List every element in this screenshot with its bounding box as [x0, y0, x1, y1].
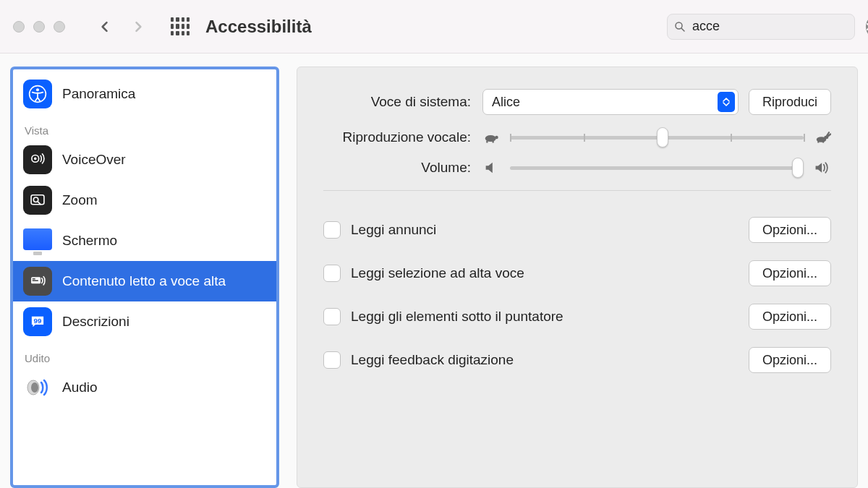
play-button[interactable]: Riproduci [749, 89, 831, 115]
checkbox-announcements[interactable] [323, 221, 341, 239]
accessibility-icon [23, 80, 52, 108]
svg-rect-10 [33, 278, 35, 280]
descriptions-icon: 99 [23, 307, 52, 336]
sidebar-item-label: Zoom [62, 192, 98, 208]
voiceover-icon [23, 145, 52, 174]
options-button-speak-under-pointer[interactable]: Opzioni... [749, 304, 831, 330]
options-button-typing-feedback[interactable]: Opzioni... [749, 347, 831, 373]
window-controls [13, 21, 65, 33]
volume-low-icon [482, 160, 500, 176]
system-voice-value: Alice [492, 95, 520, 110]
back-button[interactable] [93, 14, 117, 39]
checkbox-speak-selection[interactable] [323, 265, 341, 282]
volume-slider[interactable] [510, 166, 804, 170]
speaking-rate-slider[interactable] [510, 136, 804, 140]
checkbox-typing-feedback[interactable] [323, 351, 341, 369]
option-row-typing-feedback: Leggi feedback digitazione Opzioni... [323, 338, 831, 382]
sidebar: Panoramica Vista VoiceOver Zoom Schermo [10, 67, 279, 488]
sidebar-item-zoom[interactable]: Zoom [13, 180, 276, 221]
zoom-window-button[interactable] [54, 21, 65, 33]
search-icon [673, 20, 686, 33]
svg-line-1 [681, 28, 684, 31]
sidebar-item-label: Audio [62, 380, 98, 395]
chevron-left-icon [98, 20, 112, 34]
option-row-announcements: Leggi annunci Opzioni... [323, 208, 831, 252]
divider [323, 190, 831, 191]
checkbox-speak-under-pointer[interactable] [323, 308, 341, 325]
grid-icon [171, 17, 190, 36]
sidebar-item-label: Descrizioni [62, 314, 129, 330]
svg-rect-21 [817, 141, 819, 142]
sidebar-item-voiceover[interactable]: VoiceOver [13, 140, 276, 180]
rabbit-icon [814, 129, 831, 145]
sidebar-item-label: Schermo [62, 233, 117, 249]
spoken-content-icon [23, 267, 52, 296]
slider-thumb[interactable] [792, 158, 804, 178]
sidebar-section-udito: Udito [13, 342, 276, 367]
slider-thumb[interactable] [657, 127, 668, 147]
speaking-rate-label: Riproduzione vocale: [323, 129, 482, 145]
search-field[interactable] [667, 14, 855, 40]
sidebar-item-label: VoiceOver [62, 152, 126, 168]
sidebar-item-overview[interactable]: Panoramica [13, 74, 276, 114]
system-voice-select[interactable]: Alice [482, 89, 739, 115]
options-button-speak-selection[interactable]: Opzioni... [749, 260, 831, 286]
sidebar-item-audio[interactable]: Audio [13, 367, 276, 408]
option-label: Leggi gli elementi sotto il puntatore [351, 309, 563, 325]
updown-icon [718, 92, 735, 112]
turtle-icon [482, 129, 500, 145]
display-icon [23, 226, 52, 255]
titlebar: Accessibilità [0, 0, 868, 53]
option-label: Leggi annunci [351, 222, 436, 238]
settings-panel: Voce di sistema: Alice Riproduci Riprodu… [297, 67, 858, 488]
svg-rect-11 [33, 280, 38, 281]
volume-high-icon [814, 160, 831, 176]
search-input[interactable] [692, 19, 860, 34]
svg-point-3 [36, 88, 39, 91]
audio-icon [23, 373, 52, 402]
sidebar-section-vista: Vista [13, 114, 276, 140]
window-title: Accessibilità [205, 17, 312, 37]
sidebar-item-label: Contenuto letto a voce alta [62, 273, 226, 289]
svg-point-0 [676, 22, 682, 29]
sidebar-item-descriptions[interactable]: 99 Descrizioni [13, 301, 276, 342]
option-row-speak-under-pointer: Leggi gli elementi sotto il puntatore Op… [323, 295, 831, 338]
volume-label: Volume: [323, 160, 482, 176]
forward-button[interactable] [126, 14, 150, 39]
minimize-window-button[interactable] [33, 21, 45, 33]
close-window-button[interactable] [13, 21, 25, 33]
svg-rect-18 [493, 141, 494, 143]
option-label: Leggi feedback digitazione [351, 352, 514, 368]
zoom-icon [23, 186, 52, 215]
svg-text:99: 99 [34, 317, 42, 325]
options-button-announcements[interactable]: Opzioni... [749, 217, 831, 243]
svg-rect-22 [822, 141, 824, 142]
svg-rect-17 [486, 141, 488, 143]
svg-point-16 [495, 136, 498, 140]
svg-point-14 [31, 382, 38, 393]
chevron-right-icon [131, 20, 145, 34]
show-all-prefs-button[interactable] [168, 14, 192, 39]
sidebar-item-spoken-content[interactable]: Contenuto letto a voce alta [13, 261, 276, 301]
sidebar-item-label: Panoramica [62, 86, 135, 102]
svg-point-5 [34, 158, 37, 160]
option-row-speak-selection: Leggi selezione ad alta voce Opzioni... [323, 252, 831, 295]
sidebar-item-display[interactable]: Schermo [13, 221, 276, 261]
system-voice-label: Voce di sistema: [323, 94, 482, 110]
option-label: Leggi selezione ad alta voce [351, 265, 524, 281]
